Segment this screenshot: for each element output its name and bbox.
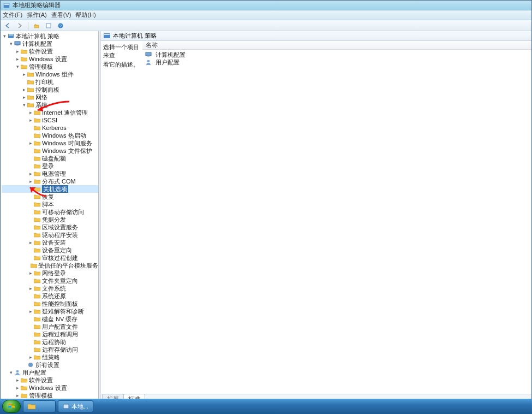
tree-performance-cp[interactable]: 性能控制面板 (2, 300, 98, 307)
expand-icon[interactable]: ▸ (28, 139, 33, 147)
tree-user-config[interactable]: ▾用户配置 (2, 369, 98, 376)
tree-disk-nv-cache[interactable]: 磁盘 NV 缓存 (2, 315, 98, 323)
expand-icon[interactable]: ▾ (15, 63, 20, 70)
tree-software-settings-2[interactable]: ▸软件设置 (2, 376, 98, 384)
tree-net-logon[interactable]: ▸网络登录 (2, 269, 98, 277)
folder-icon (20, 377, 28, 383)
expand-icon[interactable]: ▸ (21, 93, 27, 101)
tree-credential-delegation[interactable]: 凭据分发 (2, 216, 98, 223)
folder-icon (27, 86, 34, 93)
tree-tpm-services[interactable]: 受信任的平台模块服务 (2, 262, 98, 269)
tree-system[interactable]: ▾系统 (2, 101, 98, 109)
tree-windows-file-protection[interactable]: Windows 文件保护 (2, 147, 98, 155)
expand-icon[interactable]: ▸ (28, 116, 33, 124)
list-item-computer-config[interactable]: 计算机配置 (145, 51, 529, 58)
folder-icon (33, 186, 41, 192)
taskbar-explorer-button[interactable] (23, 400, 56, 412)
expand-icon[interactable]: ▸ (28, 307, 33, 315)
expand-icon[interactable]: ▾ (2, 32, 7, 40)
expand-icon[interactable]: ▸ (15, 392, 20, 399)
menu-help[interactable]: 帮助(H) (75, 11, 95, 19)
tree-label: 组策略 (42, 353, 60, 361)
menu-file[interactable]: 文件(F) (3, 11, 22, 19)
expand-icon[interactable]: ▸ (28, 269, 33, 277)
tree-driver-installation[interactable]: 驱动程序安装 (2, 231, 98, 239)
tree-windows-components[interactable]: ▸Windows 组件 (2, 70, 98, 78)
expand-icon[interactable]: ▸ (15, 384, 20, 392)
tree-distributed-com[interactable]: ▸分布式 COM (2, 178, 98, 185)
expand-icon[interactable]: ▾ (21, 101, 27, 109)
tree-device-redirection[interactable]: 设备重定向 (2, 246, 98, 254)
tree-label: 驱动程序安装 (42, 231, 78, 239)
tree-recovery[interactable]: 恢复 (2, 193, 98, 200)
tree-removable-storage[interactable]: 可移动存储访问 (2, 208, 98, 216)
folder-icon (33, 125, 41, 131)
computer-icon (145, 51, 152, 58)
tree-windows-settings[interactable]: ▸Windows 设置 (2, 55, 98, 63)
tree-device-installation[interactable]: ▸设备安装 (2, 239, 98, 246)
tree-shutdown-options[interactable]: 关机选项 (2, 185, 98, 193)
expand-icon[interactable]: ▸ (28, 353, 33, 361)
tree-scripts[interactable]: 脚本 (2, 200, 98, 208)
tree-all-settings[interactable]: 所有设置 (2, 361, 98, 369)
menu-view[interactable]: 查看(V) (51, 11, 71, 19)
tree-printers[interactable]: 打印机 (2, 78, 98, 86)
expand-icon[interactable]: ▸ (28, 109, 33, 116)
tree-windows-hotstart[interactable]: Windows 热启动 (2, 132, 98, 139)
expand-icon[interactable]: ▸ (28, 178, 33, 185)
expand-icon[interactable]: ▸ (15, 55, 20, 63)
tree-label: 疑难解答和诊断 (42, 307, 84, 315)
toolbar-properties-button[interactable] (44, 21, 53, 30)
tree-audit-process-creation[interactable]: 审核过程创建 (2, 254, 98, 262)
tree-user-profiles[interactable]: 用户配置文件 (2, 323, 98, 330)
expand-icon[interactable]: ▸ (28, 170, 33, 178)
start-button[interactable] (2, 400, 21, 413)
expand-icon[interactable]: ▸ (28, 285, 33, 292)
content-body: ▾ 本地计算机 策略 ▾ 计算机配置 ▸软件设置 ▸Windows 设置 ▾管理… (1, 31, 531, 404)
tree-windows-settings-2[interactable]: ▸Windows 设置 (2, 384, 98, 392)
tree-disk-quotas[interactable]: 磁盘配额 (2, 155, 98, 162)
expand-icon[interactable]: ▸ (28, 239, 33, 246)
tree-group-policy[interactable]: ▸组策略 (2, 353, 98, 361)
toolbar-forward-button[interactable] (15, 21, 25, 30)
tree-internet-comm[interactable]: ▸Internet 通信管理 (2, 109, 98, 116)
tree-pane[interactable]: ▾ 本地计算机 策略 ▾ 计算机配置 ▸软件设置 ▸Windows 设置 ▾管理… (1, 31, 99, 404)
expand-icon[interactable]: ▸ (15, 376, 20, 384)
tree-admin-templates-2[interactable]: ▸管理模板 (2, 392, 98, 399)
toolbar-up-button[interactable] (32, 21, 41, 30)
tree-kerberos[interactable]: Kerberos (2, 124, 98, 132)
tree-system-restore[interactable]: 系统还原 (2, 292, 98, 300)
tree-windows-time[interactable]: ▸Windows 时间服务 (2, 139, 98, 147)
tree-folder-redirection[interactable]: 文件夹重定向 (2, 277, 98, 285)
tree-logon[interactable]: 登录 (2, 162, 98, 170)
toolbar-back-button[interactable] (3, 21, 13, 30)
tree-network[interactable]: ▸网络 (2, 93, 98, 101)
tree-power-management[interactable]: ▸电源管理 (2, 170, 98, 178)
expand-icon[interactable]: ▸ (15, 48, 20, 55)
list-item-user-config[interactable]: 用户配置 (145, 58, 529, 66)
tree-locale-services[interactable]: 区域设置服务 (2, 223, 98, 231)
tree-computer-config[interactable]: ▾ 计算机配置 (2, 40, 98, 48)
tree-root[interactable]: ▾ 本地计算机 策略 (2, 32, 98, 40)
tree-filesystem[interactable]: ▸文件系统 (2, 285, 98, 292)
tree-iscsi[interactable]: ▸iSCSI (2, 116, 98, 124)
tree-label: 软件设置 (29, 376, 53, 384)
tree-software-settings[interactable]: ▸软件设置 (2, 48, 98, 55)
tree-troubleshooting[interactable]: ▸疑难解答和诊断 (2, 307, 98, 315)
tree-admin-templates[interactable]: ▾管理模板 (2, 63, 98, 70)
tree-rpc[interactable]: 远程过程调用 (2, 330, 98, 338)
column-header-label: 名称 (146, 41, 158, 49)
tree-label: iSCSI (42, 116, 57, 124)
svg-rect-18 (63, 404, 69, 409)
toolbar-help-button[interactable]: ? (56, 21, 65, 30)
expand-icon[interactable]: ▾ (8, 369, 14, 376)
taskbar-app-button[interactable]: 本地... (58, 400, 93, 412)
menu-action[interactable]: 操作(A) (27, 11, 47, 19)
expand-icon[interactable]: ▸ (21, 86, 27, 93)
tree-remote-assistance[interactable]: 远程协助 (2, 338, 98, 346)
tree-remote-storage-access[interactable]: 远程存储访问 (2, 346, 98, 353)
expand-icon[interactable]: ▸ (21, 70, 27, 78)
expand-icon[interactable]: ▾ (8, 40, 14, 48)
tree-control-panel[interactable]: ▸控制面板 (2, 86, 98, 93)
column-header-name[interactable]: 名称 (142, 41, 531, 50)
